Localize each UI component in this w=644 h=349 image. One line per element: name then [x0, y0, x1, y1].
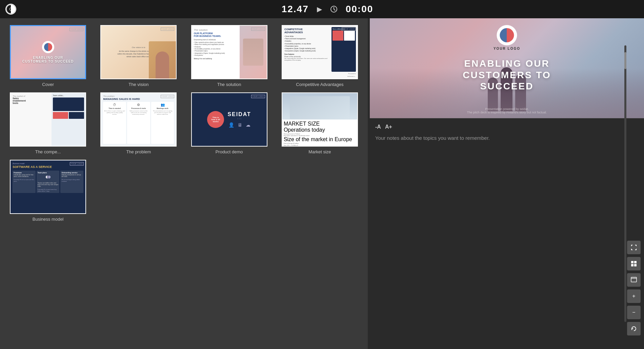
svg-rect-9 — [634, 264, 637, 266]
font-increase-button[interactable]: A+ — [385, 124, 392, 130]
slide-thumb-business[interactable]: YOUR LOGO Business model SOFTWARE AS A S… — [10, 160, 86, 214]
slide-item-market[interactable]: YOUR LOGO MARKET SIZE Operations today S… — [275, 90, 365, 157]
timer-left: 12.47 — [282, 4, 309, 15]
play-button[interactable]: ▶ — [317, 5, 322, 13]
slide-label-demo: Product demo — [216, 149, 243, 154]
slide-thumb-competitive[interactable]: YOUR LOGO COMPETITIVEADVANTAGES • Smart … — [282, 25, 358, 79]
preview-title: ENABLING OURCUSTOMERS TOSUCCEED — [463, 58, 551, 92]
slide-thumb-market[interactable]: YOUR LOGO MARKET SIZE Operations today S… — [282, 92, 358, 147]
preview-area: YOUR LOGO ENABLING OURCUSTOMERS TOSUCCEE… — [370, 18, 644, 118]
zoom-in-button[interactable]: + — [627, 289, 641, 303]
svg-rect-8 — [631, 264, 633, 266]
top-bar-center: 12.47 ▶ 00:00 — [282, 4, 374, 15]
your-logo-demo: YOUR LOGO — [251, 95, 265, 98]
slide-label-market: Market size — [308, 149, 331, 154]
slide-item-solution[interactable]: YOUR LOGO The solution OUR PLATFORMFOR B… — [184, 22, 275, 90]
slide-thumb-problem[interactable]: YOUR LOGO The problem MANAGING SALES IS … — [100, 92, 177, 147]
slide-item-competitive[interactable]: YOUR LOGO COMPETITIVEADVANTAGES • Smart … — [275, 22, 365, 90]
slide-thumb-compe[interactable]: YOUR LOGO The market of Salesenablementt… — [10, 92, 86, 147]
your-logo-problem: YOUR LOGO — [161, 95, 175, 98]
slide-label-vision: The vision — [128, 82, 148, 87]
main-content: YOUR LOGO ENABLING OURCUSTOMERS TO SUCCE… — [0, 18, 644, 349]
slide-item-business[interactable]: YOUR LOGO Business model SOFTWARE AS A S… — [3, 157, 93, 224]
svg-rect-10 — [631, 277, 637, 282]
top-bar-left — [5, 4, 16, 15]
notes-area: -A A+ Your notes about the topics you wa… — [370, 118, 644, 349]
slide-label-cover: Cover — [42, 82, 54, 87]
timer-right: 00:00 — [346, 4, 374, 15]
preview-logo: YOUR LOGO — [494, 25, 520, 50]
slides-grid: YOUR LOGO ENABLING OURCUSTOMERS TO SUCCE… — [3, 22, 365, 224]
preview-slide: YOUR LOGO ENABLING OURCUSTOMERS TOSUCCEE… — [370, 18, 644, 118]
your-logo-vision: YOUR LOGO — [161, 27, 175, 31]
your-logo-business: YOUR LOGO — [70, 162, 84, 166]
slide-thumb-solution[interactable]: YOUR LOGO The solution OUR PLATFORMFOR B… — [191, 25, 267, 79]
slides-panel: YOUR LOGO ENABLING OURCUSTOMERS TO SUCCE… — [0, 18, 368, 349]
your-logo-cover: YOUR LOGO — [69, 28, 83, 31]
slide-thumb-vision[interactable]: YOUR LOGO Our vision is to do the same c… — [100, 25, 177, 79]
slide-label-compe: The compe... — [35, 149, 61, 154]
slide-item-demo[interactable]: YOUR LOGO This ishow it allworks SEIDAT … — [184, 90, 275, 157]
slide-thumb-demo[interactable]: YOUR LOGO This ishow it allworks SEIDAT … — [191, 92, 267, 147]
svg-rect-6 — [631, 261, 633, 263]
preview-logo-text: YOUR LOGO — [494, 47, 520, 50]
your-logo-solution: YOUR LOGO — [251, 27, 265, 31]
slide-item-vision[interactable]: YOUR LOGO Our vision is to do the same c… — [93, 22, 184, 90]
right-panel: YOUR LOGO ENABLING OURCUSTOMERS TOSUCCEE… — [370, 18, 644, 349]
grid-view-button[interactable] — [627, 257, 641, 270]
slide-item-compe[interactable]: YOUR LOGO The market of Salesenablementt… — [3, 90, 93, 157]
top-bar: 12.47 ▶ 00:00 — [0, 0, 644, 18]
slide-label-solution: The solution — [217, 82, 241, 87]
window-button[interactable] — [627, 273, 641, 287]
your-logo-competitive: YOUR LOGO — [342, 27, 356, 31]
app-logo — [5, 4, 16, 15]
slide-item-cover[interactable]: YOUR LOGO ENABLING OURCUSTOMERS TO SUCCE… — [3, 22, 93, 90]
svg-point-5 — [47, 176, 49, 178]
notes-controls: -A A+ — [375, 124, 639, 130]
slide-label-business: Business model — [33, 217, 64, 222]
slide-label-problem: The problem — [126, 149, 151, 154]
font-decrease-button[interactable]: -A — [375, 124, 381, 130]
slide-label-competitive: Competitive Advantages — [296, 82, 343, 87]
slide-item-problem[interactable]: YOUR LOGO The problem MANAGING SALES IS … — [93, 90, 184, 157]
clock-button[interactable] — [330, 5, 338, 13]
refresh-button[interactable] — [627, 322, 641, 335]
svg-rect-7 — [634, 261, 637, 263]
notes-text: Your notes about the topics you want to … — [375, 134, 639, 142]
slide-thumb-cover[interactable]: YOUR LOGO ENABLING OURCUSTOMERS TO SUCCE… — [10, 25, 86, 79]
fullscreen-button[interactable] — [627, 241, 641, 254]
zoom-out-button[interactable]: − — [627, 306, 641, 319]
